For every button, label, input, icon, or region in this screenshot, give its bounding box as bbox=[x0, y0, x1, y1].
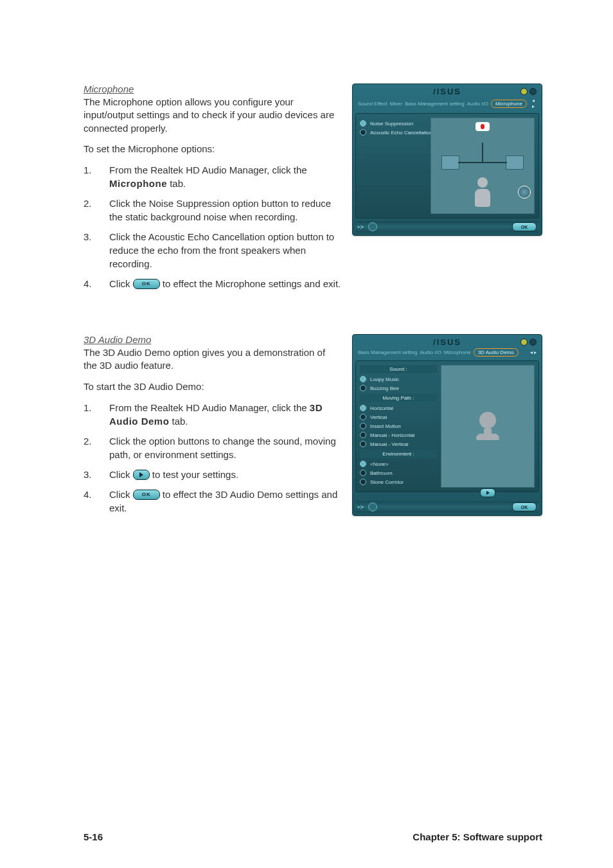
option-label: Manual - Vertical bbox=[370, 441, 409, 447]
brand-logo: /ISUS bbox=[355, 337, 539, 347]
step-text: tab. bbox=[167, 178, 186, 189]
tab-microphone[interactable]: Microphone bbox=[444, 350, 471, 355]
step-text: From the Realtek HD Audio Manager, click… bbox=[109, 402, 310, 413]
microphone-diagram bbox=[431, 118, 535, 214]
sound-buzzing-bee[interactable]: Buzzing Bee bbox=[360, 385, 437, 391]
brand-logo: /ISUS bbox=[355, 87, 539, 96]
environment-header: Environment : bbox=[360, 450, 437, 458]
option-label: Buzzing Bee bbox=[370, 385, 399, 391]
window-close-icon bbox=[529, 88, 537, 95]
radio-icon bbox=[360, 405, 366, 411]
env-stone-corridor[interactable]: Stone Corridor bbox=[360, 479, 437, 485]
tab-bass-management[interactable]: Bass Management setting bbox=[358, 350, 418, 355]
info-icon[interactable] bbox=[368, 502, 377, 511]
chapter-title: Chapter 5: Software support bbox=[413, 831, 542, 842]
radio-icon bbox=[360, 479, 366, 485]
globe-icon[interactable] bbox=[518, 186, 531, 199]
step-text: Click bbox=[109, 278, 133, 289]
tab-bar: Sound Effect Mixer Bass Management setti… bbox=[355, 96, 539, 111]
tab-sound-effect[interactable]: Sound Effect bbox=[358, 101, 387, 107]
option-label: Manual - Horizontal bbox=[370, 432, 414, 438]
step-text: tab. bbox=[169, 416, 188, 427]
play-button[interactable] bbox=[480, 488, 495, 497]
option-label: Loopy Music bbox=[370, 376, 399, 382]
tab-microphone[interactable]: Microphone bbox=[491, 100, 527, 108]
sound-header: Sound : bbox=[360, 365, 437, 373]
step-number: 3. bbox=[84, 468, 109, 481]
option-label: Vertical bbox=[370, 414, 387, 420]
step-number: 2. bbox=[84, 434, 109, 461]
option-label: Horizontal bbox=[370, 405, 393, 411]
step-number: 4. bbox=[84, 277, 109, 290]
path-manual-vertical[interactable]: Manual - Vertical bbox=[360, 441, 437, 447]
path-vertical[interactable]: Vertical bbox=[360, 414, 437, 420]
ok-button[interactable]: OK bbox=[512, 222, 537, 231]
3d-head-visualizer bbox=[441, 365, 535, 488]
step-text: From the Realtek HD Audio Manager, click… bbox=[109, 164, 307, 175]
moving-path-header: Moving Path : bbox=[360, 394, 437, 402]
tab-bar: Bass Management setting Audio I/O Microp… bbox=[355, 347, 539, 358]
radio-icon bbox=[360, 432, 366, 438]
step-bold: Microphone bbox=[109, 178, 167, 189]
radio-icon bbox=[360, 414, 366, 420]
step-number: 3. bbox=[84, 230, 109, 270]
step-3: 3. Click to test your settings. bbox=[84, 468, 339, 481]
step-number: 1. bbox=[84, 163, 109, 190]
ok-button-icon: OK bbox=[133, 490, 160, 500]
ok-button[interactable]: OK bbox=[512, 502, 537, 511]
radio-icon bbox=[360, 441, 366, 447]
env-bathroom[interactable]: Bathroom bbox=[360, 470, 437, 476]
option-label: Bathroom bbox=[370, 470, 393, 476]
sound-loopy-music[interactable]: Loopy Music bbox=[360, 376, 437, 382]
step-number: 1. bbox=[84, 401, 109, 428]
step-text: Click the option buttons to change the s… bbox=[109, 434, 339, 461]
play-button-icon bbox=[133, 470, 150, 480]
tab-bass-management[interactable]: Bass Management setting bbox=[405, 101, 465, 107]
path-manual-horizontal[interactable]: Manual - Horizontal bbox=[360, 432, 437, 438]
step-text: Click the Noise Suppression option butto… bbox=[109, 197, 339, 224]
tab-audio-io[interactable]: Audio I/O bbox=[420, 350, 441, 355]
microphone-screenshot: /ISUS Sound Effect Mixer Bass Management… bbox=[352, 84, 542, 236]
window-close-icon bbox=[529, 339, 537, 346]
step-text: Click the Acoustic Echo Cancellation opt… bbox=[109, 230, 339, 270]
option-label: Noise Suppression bbox=[370, 121, 413, 127]
tab-mixer[interactable]: Mixer bbox=[390, 101, 403, 107]
tab-audio-io[interactable]: Audio I/O bbox=[467, 101, 488, 107]
option-label: Acoustic Echo Cancellation bbox=[370, 130, 432, 136]
radio-icon bbox=[360, 470, 366, 476]
radio-icon bbox=[360, 385, 366, 391]
path-insect-motion[interactable]: Insect Motion bbox=[360, 423, 437, 429]
tab-3d-audio-demo[interactable]: 3D Audio Demo bbox=[474, 348, 519, 357]
option-label: <None> bbox=[370, 461, 388, 467]
step-text: to effect the Microphone settings and ex… bbox=[163, 278, 341, 289]
step-2: 2. Click the option buttons to change th… bbox=[84, 434, 339, 461]
step-3: 3. Click the Acoustic Echo Cancellation … bbox=[84, 230, 339, 270]
ok-button-icon: OK bbox=[133, 279, 160, 289]
option-label: Insect Motion bbox=[370, 423, 401, 429]
step-text: Click bbox=[109, 489, 133, 500]
window-minimize-icon bbox=[520, 88, 528, 95]
radio-icon bbox=[360, 129, 366, 136]
page-number: 5-16 bbox=[84, 831, 103, 842]
radio-icon bbox=[360, 423, 366, 429]
step-4: 4. Click OK to effect the 3D Audio Demo … bbox=[84, 488, 339, 515]
info-icon[interactable] bbox=[368, 222, 377, 231]
acoustic-echo-option[interactable]: Acoustic Echo Cancellation bbox=[360, 129, 434, 136]
step-4: 4. Click OK to effect the Microphone set… bbox=[84, 277, 542, 290]
radio-icon bbox=[360, 120, 366, 127]
noise-suppression-option[interactable]: Noise Suppression bbox=[360, 120, 434, 127]
window-minimize-icon bbox=[520, 339, 528, 346]
step-number: 2. bbox=[84, 197, 109, 224]
path-horizontal[interactable]: Horizontal bbox=[360, 405, 437, 411]
radio-icon bbox=[360, 376, 366, 382]
step-1: 1. From the Realtek HD Audio Manager, cl… bbox=[84, 163, 339, 190]
step-text: Click bbox=[109, 469, 133, 480]
step-text: to test your settings. bbox=[152, 469, 238, 480]
env-none[interactable]: <None> bbox=[360, 461, 437, 467]
option-label: Stone Corridor bbox=[370, 479, 404, 485]
radio-icon bbox=[360, 461, 366, 467]
3d-audio-screenshot: /ISUS Bass Management setting Audio I/O … bbox=[352, 334, 542, 516]
step-number: 4. bbox=[84, 488, 109, 515]
step-1: 1. From the Realtek HD Audio Manager, cl… bbox=[84, 401, 339, 428]
step-2: 2. Click the Noise Suppression option bu… bbox=[84, 197, 339, 224]
